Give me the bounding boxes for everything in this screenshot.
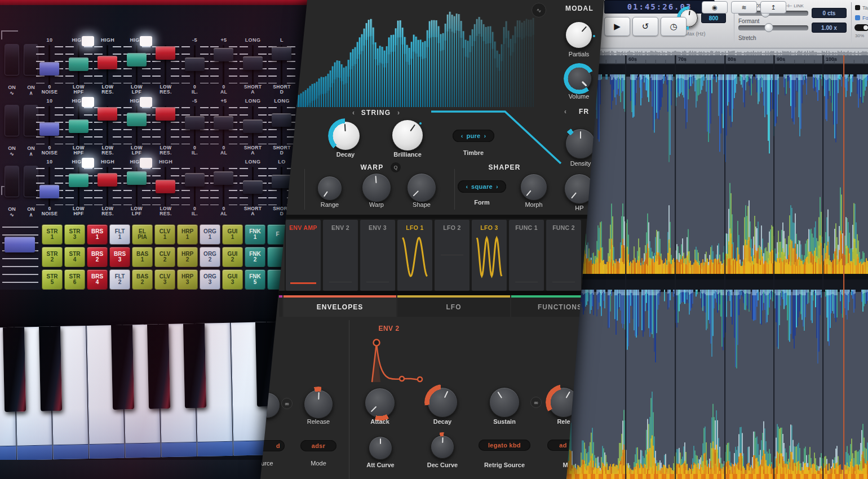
link-icon[interactable]: ∞	[281, 398, 293, 409]
preset-button[interactable]: BRS4	[87, 269, 108, 290]
preset-button[interactable]: CLV3	[154, 269, 175, 290]
env2-release-knob[interactable]	[548, 387, 579, 418]
mod-slot-lfo-3[interactable]: LFO 3	[472, 220, 507, 291]
envamp-mode-selector[interactable]: adsr	[300, 440, 336, 451]
preset-button[interactable]: ORG2	[200, 247, 220, 267]
retrig-source-selector[interactable]: legato kbd	[479, 440, 530, 451]
select-tool-button[interactable]: ◉	[702, 1, 728, 14]
hp-knob[interactable]	[564, 174, 595, 204]
preset-button[interactable]: HRP3	[177, 269, 198, 290]
wave-tool-button[interactable]: ≋	[731, 1, 757, 14]
preset-button[interactable]: BRS3	[109, 247, 130, 267]
attack-knob[interactable]	[365, 388, 395, 418]
att-curve-knob[interactable]	[369, 436, 392, 460]
slider-cap[interactable]	[156, 107, 175, 121]
link-icon[interactable]: ∞	[530, 397, 542, 408]
partials-knob[interactable]	[565, 21, 592, 48]
slider-cap[interactable]	[214, 171, 233, 185]
mix-mini-slider-thumb[interactable]	[863, 25, 868, 30]
piano-black-key[interactable]	[183, 323, 206, 409]
string-engine-title[interactable]: STRING	[359, 109, 393, 117]
preset-button[interactable]: STR3	[64, 224, 85, 245]
preset-button[interactable]: BRS2	[87, 247, 108, 267]
rocker-switch[interactable]	[5, 44, 19, 76]
envamp-retrig-selector[interactable]: d	[256, 440, 285, 451]
loop-button[interactable]: ↺	[632, 17, 658, 36]
slider-cap[interactable]	[69, 119, 88, 133]
preset-button[interactable]: STR6	[64, 269, 85, 290]
tab-envelopes[interactable]: ENVELOPES	[284, 295, 396, 317]
mod-slot-func-2[interactable]: FUNC 2	[546, 220, 581, 291]
sustain-knob[interactable]	[489, 387, 520, 418]
preset-button[interactable]: BRS1	[87, 224, 108, 245]
mod-slot-lfo-1[interactable]: LFO 1	[397, 220, 432, 291]
density-knob[interactable]	[565, 128, 596, 159]
preset-button[interactable]: FLT1	[109, 224, 130, 245]
preset-button[interactable]: STR4	[64, 247, 85, 267]
preset-button[interactable]: HRP1	[177, 224, 198, 245]
mod-slot-env-amp[interactable]: ENV AMP	[286, 220, 321, 291]
timbre-prev[interactable]: ‹	[461, 132, 463, 139]
form-next[interactable]: ›	[496, 183, 498, 190]
preset-button[interactable]: GUI1	[222, 224, 243, 245]
morph-knob[interactable]	[520, 174, 547, 201]
rocker-switch[interactable]	[5, 105, 19, 136]
preset-button[interactable]: ORG1	[200, 224, 220, 245]
form-prev[interactable]: ‹	[466, 183, 468, 190]
preset-button[interactable]: GUI3	[222, 269, 243, 290]
slider-cap[interactable]	[39, 62, 59, 76]
preset-button[interactable]: STR2	[42, 247, 63, 267]
range-knob[interactable]	[317, 176, 342, 201]
slider-cap[interactable]	[156, 180, 175, 193]
tape-checkbox[interactable]	[855, 5, 860, 10]
slider-cap[interactable]	[214, 116, 233, 130]
string-prev-arrow[interactable]: ‹	[352, 109, 355, 117]
piano-black-key[interactable]	[111, 325, 134, 410]
formant-checkbox[interactable]	[855, 15, 860, 20]
slider-cap[interactable]	[39, 185, 59, 198]
pin-tool-button[interactable]: ↥	[760, 1, 786, 14]
preset-button[interactable]: FLT2	[109, 269, 130, 290]
preset-button[interactable]: STR1	[42, 224, 63, 245]
piano-black-key[interactable]	[39, 326, 62, 411]
piano-black-key[interactable]	[3, 327, 26, 412]
slider-cap[interactable]	[127, 113, 147, 126]
piano-black-key[interactable]	[147, 324, 170, 409]
slider-cap[interactable]	[214, 48, 233, 61]
clipped-knob[interactable]	[254, 392, 280, 418]
slider-cap[interactable]	[156, 46, 175, 60]
preset-button[interactable]: CLV2	[154, 247, 175, 267]
mod-slot-env-2[interactable]: ENV 2	[323, 220, 358, 291]
preset-button[interactable]: STR5	[42, 269, 63, 290]
mix-mini-slider[interactable]	[854, 24, 868, 31]
volume-slider[interactable]	[2, 227, 38, 286]
slider-cap[interactable]	[185, 173, 205, 187]
slider-cap[interactable]	[98, 107, 117, 121]
timbre-value-selector[interactable]: ‹ pure ›	[453, 130, 494, 142]
slider-cap[interactable]	[98, 56, 117, 69]
timbre-next[interactable]: ›	[484, 132, 486, 139]
preset-button[interactable]: ORG3	[200, 269, 220, 290]
formant-slider-thumb[interactable]	[764, 23, 773, 32]
rocker-switch[interactable]	[5, 166, 19, 197]
env2-mode-selector[interactable]: ad	[547, 440, 579, 451]
envamp-release-knob[interactable]	[304, 389, 333, 419]
warp-q-badge[interactable]: Q	[391, 162, 401, 172]
slider-cap[interactable]	[69, 57, 88, 71]
link-toggle[interactable]: ⊣⊢ LINK	[785, 3, 804, 8]
shape-knob[interactable]	[407, 173, 436, 202]
dec-curve-knob[interactable]	[431, 435, 454, 459]
brilliance-knob[interactable]	[392, 119, 423, 151]
mod-slot-lfo-2[interactable]: LFO 2	[435, 220, 470, 291]
modal-volume-knob[interactable]	[566, 66, 592, 91]
clock-button[interactable]: ◷	[661, 17, 687, 36]
preset-button[interactable]: GUI2	[222, 247, 243, 267]
decay-knob[interactable]	[331, 121, 360, 150]
volume-slider-cap[interactable]	[5, 237, 35, 252]
preset-button[interactable]: CLV1	[154, 224, 175, 245]
slider-cap[interactable]	[185, 116, 205, 130]
mod-slot-env-3[interactable]: ENV 3	[360, 220, 395, 291]
slider-cap[interactable]	[98, 173, 117, 187]
preset-button[interactable]: ELPIA	[132, 224, 153, 245]
slider-cap[interactable]	[69, 174, 88, 187]
